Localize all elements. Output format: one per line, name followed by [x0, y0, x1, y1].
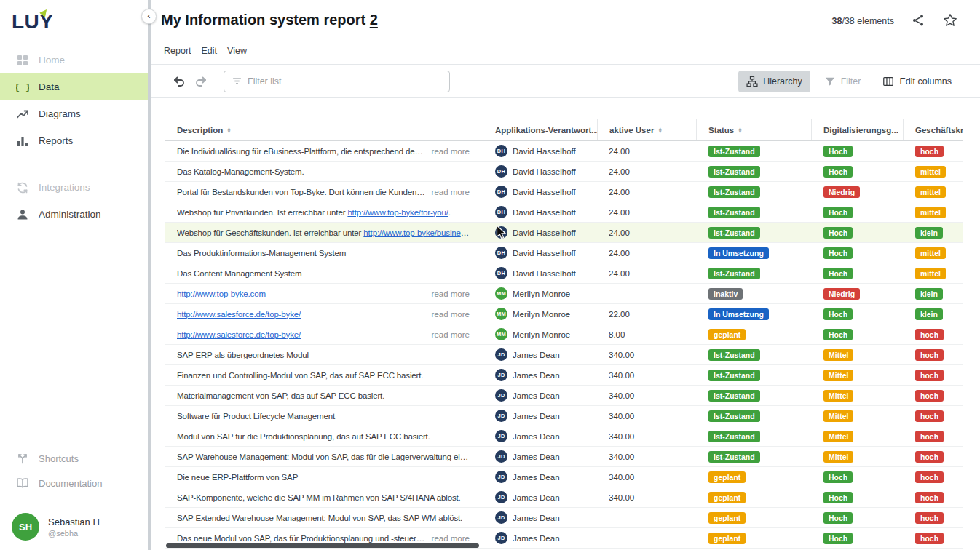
hierarchy-button[interactable]: Hierarchy [738, 71, 810, 92]
sidebar-item-documentation[interactable]: Documentation [0, 471, 148, 495]
description-text: Portal für Bestandskunden von Top-Byke. … [177, 188, 426, 196]
app-window: LUY Home{ }DataDiagramsReportsIntegratio… [0, 0, 980, 550]
digitalization-badge: Hoch [823, 512, 853, 524]
read-more-link[interactable]: read more [432, 147, 470, 156]
read-more-link[interactable]: read more [432, 534, 470, 543]
favorite-button[interactable] [942, 13, 958, 29]
status-cell: Ist-Zustand [696, 223, 811, 242]
description-link[interactable]: http://www.top-byke/for-you/ [347, 208, 448, 217]
table-row[interactable]: Webshop für Privatkunden. Ist erreichbar… [165, 202, 963, 223]
sidebar-item-integrations[interactable]: Integrations [0, 174, 148, 201]
sidebar-item-home[interactable]: Home [0, 47, 148, 73]
table-row[interactable]: SAP Warehouse Management: Modul von SAP,… [165, 447, 963, 467]
column-header-description[interactable]: Description [165, 119, 483, 140]
criticality-cell: hoch [903, 141, 963, 161]
status-cell: Ist-Zustand [696, 182, 811, 202]
owner-cell: JD James Dean [483, 426, 597, 446]
criticality-badge: hoch [915, 492, 944, 503]
user-profile[interactable]: SH Sebastian H @sebha [0, 503, 148, 550]
table-row[interactable]: Software für Product Lifecycle Managemen… [165, 406, 963, 426]
digitalization-badge: Hoch [823, 471, 853, 483]
filter-list-icon [232, 76, 242, 87]
filter-list-input[interactable] [248, 76, 442, 87]
read-more-link[interactable]: read more [432, 330, 470, 339]
filter-button[interactable]: Filter [816, 71, 869, 92]
menu-edit[interactable]: Edit [202, 46, 218, 56]
description-cell: Das Produktinformations-Management Syste… [165, 243, 483, 263]
column-header-applikations-verantwortung[interactable]: Applikations-Verantwort... [483, 119, 597, 140]
digitalization-cell: Mittel [811, 406, 903, 426]
owner-name: Merilyn Monroe [513, 290, 570, 298]
table-row[interactable]: Portal für Bestandskunden von Top-Byke. … [165, 182, 963, 202]
menu-view[interactable]: View [227, 46, 247, 56]
table-row[interactable]: SAP Extended Warehouse Management: Modul… [165, 508, 963, 528]
menu-report[interactable]: Report [164, 46, 191, 56]
sidebar-collapse-button[interactable]: ‹ [141, 9, 157, 24]
criticality-badge: hoch [915, 431, 944, 442]
share-button[interactable] [910, 13, 926, 29]
table-row[interactable]: Das Content Management System DH David H… [165, 263, 963, 284]
table-row[interactable]: SAP-Komponente, welche die SAP MM im Rah… [165, 487, 963, 508]
column-header-geschaeftskritikalitaet[interactable]: Geschäftskritik... [903, 119, 963, 140]
table-row[interactable]: http://www.top-byke.com read more MM Mer… [165, 284, 963, 304]
column-label: aktive User [609, 126, 654, 135]
column-header-digitalisierungsgrad[interactable]: Digitalisierungsg... [811, 119, 903, 140]
owner-name: James Dean [513, 453, 560, 461]
criticality-cell: hoch [903, 447, 963, 466]
status-badge: geplant [708, 329, 746, 340]
description-text: SAP Extended Warehouse Management: Modul… [177, 514, 470, 522]
criticality-cell: klein [903, 223, 963, 242]
redo-button[interactable] [194, 75, 208, 88]
owner-cell: JD James Dean [483, 345, 597, 364]
digitalization-badge: Hoch [823, 308, 853, 320]
owner-avatar: DH [495, 145, 507, 157]
sidebar-item-data[interactable]: { }Data [0, 73, 148, 100]
table-row[interactable]: http://www.salesforce.de/top-byke/ read … [165, 324, 963, 345]
horizontal-scrollbar[interactable] [166, 543, 479, 548]
active-users-value [597, 284, 696, 303]
status-cell: geplant [696, 487, 811, 507]
read-more-link[interactable]: read more [432, 310, 470, 319]
table-row[interactable]: Webshop für Geschäftskunden. Ist erreich… [165, 223, 963, 243]
owner-cell: JD James Dean [483, 447, 597, 466]
read-more-link[interactable]: read more [432, 290, 470, 298]
description-link[interactable]: http://www.salesforce.de/top-byke/ [177, 310, 301, 319]
criticality-badge: hoch [915, 329, 944, 340]
digitalization-badge: Mittel [823, 410, 853, 422]
edit-columns-button[interactable]: Edit columns [874, 71, 960, 92]
description-text: Das Content Management System [177, 269, 470, 278]
criticality-cell: hoch [903, 487, 963, 507]
table-row[interactable]: Materialmanagement von SAP, das auf SAP … [165, 386, 963, 406]
description-link[interactable]: http://www.top-byke.com [177, 290, 266, 298]
read-more-link[interactable]: read more [432, 188, 470, 196]
sidebar-item-administration[interactable]: Administration [0, 201, 148, 228]
table-row[interactable]: Die neue ERP-Plattform von SAP JD James … [165, 467, 963, 487]
sidebar-splitter[interactable]: ‹ [148, 0, 151, 550]
owner-name: James Dean [513, 493, 560, 502]
status-cell: Ist-Zustand [696, 141, 811, 161]
undo-button[interactable] [173, 75, 186, 88]
column-header-aktive-user[interactable]: aktive User [597, 119, 696, 140]
table-row[interactable]: Finanzen und Controlling-Modul von SAP, … [165, 365, 963, 386]
column-header-status[interactable]: Status [696, 119, 811, 140]
description-text: Die Individuallösung für eBusiness-Platt… [177, 147, 426, 156]
owner-name: James Dean [513, 473, 560, 482]
description-text: Software für Product Lifecycle Managemen… [177, 412, 470, 421]
line-chart-icon [16, 108, 29, 121]
table-row[interactable]: http://www.salesforce.de/top-byke/ read … [165, 304, 963, 324]
description-cell: Portal für Bestandskunden von Top-Byke. … [165, 182, 483, 202]
criticality-cell: mittel [903, 182, 963, 202]
sidebar-item-diagrams[interactable]: Diagrams [0, 100, 148, 127]
description-link[interactable]: http://www.top-byke/business/ [363, 228, 470, 237]
description-link[interactable]: http://www.salesforce.de/top-byke/ [177, 330, 301, 339]
table-row[interactable]: Das Produktinformations-Management Syste… [165, 243, 963, 263]
status-cell: Ist-Zustand [696, 447, 811, 466]
table-row[interactable]: SAP ERP als übergeordnetes Modul JD Jame… [165, 345, 963, 365]
active-users-value: 24.00 [597, 263, 696, 283]
sidebar-item-reports[interactable]: Reports [0, 127, 148, 154]
table-row[interactable]: Das Katalog-Management-System. DH David … [165, 162, 963, 182]
table-row[interactable]: Modul von SAP für die Produktionsplanung… [165, 426, 963, 447]
table-row[interactable]: Die Individuallösung für eBusiness-Platt… [165, 141, 963, 162]
sidebar-item-shortcuts[interactable]: Shortcuts [0, 446, 148, 471]
description-cell: http://www.salesforce.de/top-byke/ read … [165, 324, 483, 344]
